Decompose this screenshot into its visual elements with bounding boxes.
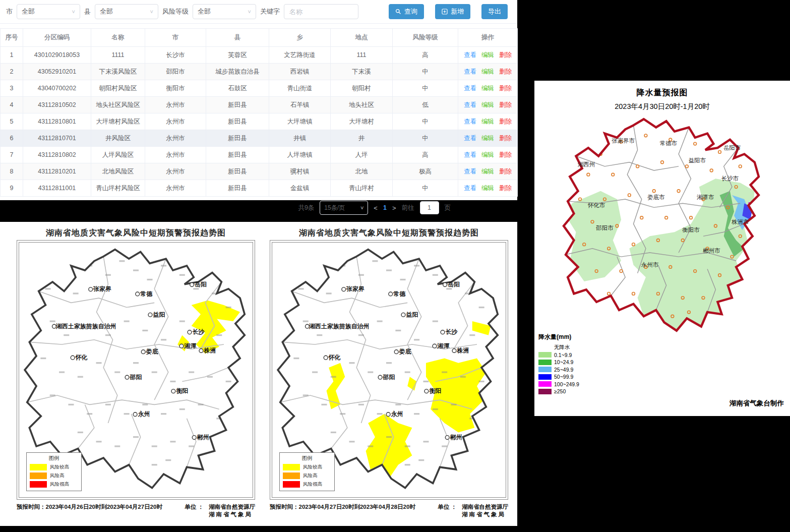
actions-cell: 查看编辑删除 — [458, 180, 518, 197]
edit-link[interactable]: 编辑 — [481, 151, 494, 158]
next-page-button[interactable]: > — [392, 204, 396, 212]
unit-line1: 湖南省自然资源厅 — [209, 503, 255, 511]
risk-forecast-figures-panel: 湖南省地质灾害气象风险中短期预警预报趋势图 张家界常德岳阳湘西土家族苗族自治州益… — [0, 222, 517, 526]
view-link[interactable]: 查看 — [464, 185, 476, 192]
delete-link[interactable]: 删除 — [499, 151, 512, 158]
edit-link[interactable]: 编辑 — [481, 135, 494, 142]
goto-page-input[interactable] — [420, 201, 439, 214]
table-cell: 地头社区风险区 — [91, 97, 145, 113]
city-select[interactable]: 全部 ˅ — [17, 4, 80, 19]
svg-text:怀化市: 怀化市 — [587, 202, 605, 208]
table-cell: 石羊镇 — [269, 97, 331, 113]
table-cell: 2 — [1, 64, 23, 80]
chevron-down-icon: ˅ — [248, 9, 251, 15]
county-select[interactable]: 全部 ˅ — [95, 4, 158, 19]
delete-link[interactable]: 删除 — [499, 185, 512, 192]
table-cell: 人坪风险区 — [91, 147, 145, 163]
svg-text:衡阳: 衡阳 — [175, 387, 188, 394]
svg-text:湘潭: 湘潭 — [437, 342, 449, 349]
delete-link[interactable]: 删除 — [499, 51, 512, 58]
edit-link[interactable]: 编辑 — [481, 68, 494, 75]
view-link[interactable]: 查看 — [464, 135, 476, 142]
table-cell: 永州市 — [145, 113, 206, 130]
table-cell: 永州市 — [145, 163, 206, 180]
view-link[interactable]: 查看 — [464, 68, 476, 75]
pagination-total: 共9条 — [298, 204, 314, 212]
table-row: 143010290180531111长沙市芙蓉区文艺路街道111高查看编辑删除 — [1, 47, 518, 64]
legend-label: 风险很高 — [303, 481, 322, 488]
svg-text:衡阳: 衡阳 — [429, 387, 441, 394]
prev-page-button[interactable]: < — [374, 204, 378, 212]
svg-text:邵阳: 邵阳 — [383, 374, 395, 381]
current-page[interactable]: 1 — [383, 204, 387, 211]
legend-swatch — [30, 464, 47, 470]
legend-swatch — [538, 352, 552, 358]
table-cell: 43112810502 — [23, 97, 91, 113]
table-cell: 金盆镇 — [269, 180, 331, 197]
legend-swatch — [283, 481, 300, 488]
risk-level-select[interactable]: 全部 ˅ — [193, 4, 256, 19]
edit-link[interactable]: 编辑 — [481, 51, 494, 58]
table-row: 643112810701井风险区永州市新田县井镇井中查看编辑删除 — [1, 130, 518, 147]
legend-entry: 25~49.9 — [538, 366, 579, 374]
view-link[interactable]: 查看 — [464, 118, 476, 125]
delete-link[interactable]: 删除 — [499, 101, 512, 108]
legend-swatch — [538, 374, 552, 380]
svg-text:永州: 永州 — [391, 410, 403, 418]
delete-link[interactable]: 删除 — [499, 68, 512, 75]
legend-entry: 100~249.9 — [538, 381, 579, 388]
precip-legend-title: 降水量(mm) — [538, 333, 579, 341]
table-cell: 9 — [1, 180, 23, 197]
goto-label: 前往 — [402, 204, 414, 212]
table-cell: 111 — [331, 47, 393, 64]
actions-cell: 查看编辑删除 — [458, 130, 518, 147]
export-button[interactable]: 导出 — [481, 4, 508, 19]
search-icon — [395, 9, 401, 15]
table-cell: 大坪塘村 — [331, 113, 393, 130]
table-cell: 大坪塘镇 — [269, 113, 331, 130]
delete-link[interactable]: 删除 — [499, 135, 512, 142]
edit-link[interactable]: 编辑 — [481, 185, 494, 192]
delete-link[interactable]: 删除 — [499, 118, 512, 125]
table-cell: 高 — [393, 47, 458, 64]
delete-link[interactable]: 删除 — [499, 85, 512, 92]
unit-line2: 湖南省气象局 — [209, 511, 255, 518]
table-cell: 中 — [393, 180, 458, 197]
edit-link[interactable]: 编辑 — [481, 118, 494, 125]
legend-swatch — [283, 472, 300, 479]
view-link[interactable]: 查看 — [464, 101, 476, 108]
svg-text:娄底市: 娄底市 — [647, 194, 665, 200]
svg-text:湘潭: 湘潭 — [184, 342, 196, 349]
view-link[interactable]: 查看 — [464, 168, 476, 175]
actions-cell: 查看编辑删除 — [458, 113, 518, 130]
search-button[interactable]: 查询 — [389, 4, 424, 19]
risk-level-filter-label: 风险等级 — [162, 7, 189, 16]
edit-link[interactable]: 编辑 — [481, 168, 494, 175]
figure-footer: 预报时间：2023年04月26日20时到2023年04月27日20时 单位 ： … — [17, 503, 255, 518]
legend-swatch — [538, 367, 552, 372]
page-size-select[interactable]: 15条/页 ˅ — [320, 201, 368, 215]
svg-text:张家界: 张家界 — [346, 285, 364, 292]
table-cell: 永州市 — [145, 130, 206, 147]
column-header: 乡 — [269, 29, 331, 47]
view-link[interactable]: 查看 — [464, 51, 476, 58]
figure-legend: 图例 风险较高风险高风险很高 — [279, 452, 335, 491]
column-header: 市 — [145, 29, 206, 47]
page-size-value: 15条/页 — [324, 204, 345, 212]
table-cell: 43112810701 — [23, 130, 91, 147]
svg-text:永州市: 永州市 — [641, 262, 659, 268]
edit-link[interactable]: 编辑 — [481, 85, 494, 92]
keyword-input[interactable] — [284, 4, 358, 19]
table-cell: 高 — [393, 147, 458, 163]
view-link[interactable]: 查看 — [464, 85, 476, 92]
table-cell: 新田县 — [206, 113, 269, 130]
delete-link[interactable]: 删除 — [499, 168, 512, 175]
legend-label: ≥250 — [554, 388, 566, 394]
view-link[interactable]: 查看 — [464, 151, 476, 158]
svg-text:湘西土家族苗族自治州: 湘西土家族苗族自治州 — [309, 323, 369, 330]
city-select-value: 全部 — [22, 7, 35, 16]
precipitation-forecast-panel: 降水量预报图 2023年4月30日20时-1月20时 张家界市常德市岳阳市湘西州… — [534, 81, 790, 416]
svg-text:娄底: 娄底 — [399, 348, 411, 355]
edit-link[interactable]: 编辑 — [481, 101, 494, 108]
add-button[interactable]: 新增 — [435, 4, 470, 19]
